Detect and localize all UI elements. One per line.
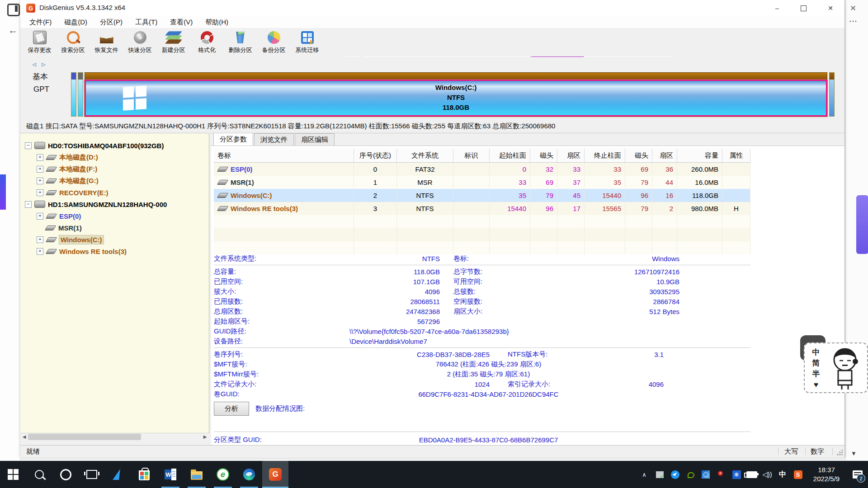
save-changes-button[interactable]: 保存更改 — [23, 28, 56, 56]
tree-item-disk-g[interactable]: + 本地磁盘(G:) — [37, 175, 99, 187]
tray-app-sogou[interactable]: S — [790, 461, 806, 488]
expander-icon[interactable]: + — [37, 236, 43, 243]
tray-volume[interactable]: ◁)) — [760, 461, 775, 488]
delete-partition-button[interactable]: 删除分区 — [224, 28, 257, 56]
cortana-button[interactable] — [52, 461, 79, 488]
disk-map: ◃ ▹ 基本 GPT Windows(C:) NTFS 118.0GB — [20, 57, 844, 120]
tree-item-esp[interactable]: + ESP(0) — [37, 210, 81, 222]
menu-tools[interactable]: 工具(T) — [129, 16, 164, 28]
system-migrate-button[interactable]: 系统迁移 — [291, 28, 324, 56]
tree-item-disk-d[interactable]: + 本地磁盘(D:) — [37, 151, 98, 163]
table-row-re-tools[interactable]: Windows RE tools(3) 3NTFS 1544096 17 155… — [214, 202, 750, 215]
expander-icon[interactable]: + — [37, 248, 43, 255]
start-button[interactable] — [0, 461, 26, 488]
tray-ime-mode[interactable]: 中 — [775, 461, 790, 488]
tree-item-msr[interactable]: MSR(1) — [45, 222, 82, 234]
task-view-button[interactable] — [79, 461, 105, 488]
tree-horizontal-scrollbar[interactable]: ◀ ▶ — [20, 433, 209, 441]
taskbar-app-explorer[interactable] — [184, 461, 210, 488]
taskbar-search-button[interactable] — [26, 461, 52, 488]
taskbar-app-green-browser[interactable]: e — [210, 461, 236, 488]
taskbar-app-flash[interactable] — [105, 461, 131, 488]
app-icon: G — [26, 4, 35, 13]
taskbar-app-diskgenius-active[interactable]: G — [262, 461, 288, 488]
toolbar: 保存更改 搜索分区 恢复文件 快速分区 新建分区 格式化 删除分区 — [20, 28, 844, 57]
action-center-button[interactable]: 2 — [847, 461, 868, 488]
screen: ← ✕ ⋯ ▼ G DiskGenius V5.4.3.1342 x64 – ✕… — [0, 0, 868, 488]
recover-files-button[interactable]: 恢复文件 — [90, 28, 123, 56]
tab-sector-edit[interactable]: 扇区编辑 — [295, 133, 335, 145]
background-close-icon: ✕ — [850, 4, 856, 13]
expander-icon[interactable]: + — [37, 178, 43, 184]
taskbar-app-store[interactable] — [131, 461, 157, 488]
partition-block-msr[interactable] — [78, 72, 83, 117]
disk-icon — [34, 142, 45, 149]
tray-power[interactable] — [744, 461, 760, 488]
expander-icon[interactable]: − — [25, 142, 32, 149]
tree-item-re-tools[interactable]: + Windows RE tools(3) — [37, 245, 127, 257]
table-empty-row — [214, 228, 750, 241]
partition-block-esp[interactable] — [71, 72, 76, 117]
expander-icon[interactable]: − — [25, 201, 32, 208]
menu-partition[interactable]: 分区(P) — [94, 16, 129, 28]
background-purple-accent — [856, 195, 868, 254]
tray-app-defender[interactable]: ✕ — [713, 461, 729, 488]
detail-row: 文件系统类型:NTFS 卷标:Windows — [214, 253, 750, 263]
tree-item-hd0[interactable]: − HD0:TOSHIBAMQ04ABF100(932GB) — [25, 140, 164, 151]
expander-icon[interactable]: + — [37, 213, 43, 220]
tree-item-recovery-e[interactable]: + RECOVERY(E:) — [37, 187, 108, 198]
analyze-button[interactable]: 分析 — [214, 402, 249, 416]
search-partition-icon — [65, 29, 81, 46]
system-migrate-icon — [299, 29, 316, 46]
menu-view[interactable]: 查看(V) — [164, 16, 199, 28]
scroll-right-icon[interactable]: ▶ — [201, 433, 209, 441]
expander-icon[interactable]: + — [37, 154, 43, 161]
table-empty-row — [214, 215, 750, 228]
expander-icon[interactable]: + — [37, 189, 43, 196]
scroll-left-icon[interactable]: ◀ — [20, 433, 28, 441]
search-partition-button[interactable]: 搜索分区 — [57, 28, 90, 56]
table-row-windows-c-selected[interactable]: Windows(C:) 2NTFS 3579 45 1544096 16 118… — [214, 189, 750, 202]
menu-file[interactable]: 文件(F) — [23, 16, 58, 28]
taskbar-app-word[interactable]: W — [157, 461, 184, 488]
tab-browse-files[interactable]: 浏览文件 — [254, 133, 294, 145]
tray-app-nvidia[interactable] — [683, 461, 698, 488]
tray-app-intel[interactable] — [698, 461, 713, 488]
backup-partition-button[interactable]: 备份分区 — [257, 28, 290, 56]
partition-block-re-tools[interactable] — [829, 72, 835, 117]
tray-app-check[interactable] — [652, 461, 667, 488]
tree-item-hd1[interactable]: − HD1:SAMSUNGMZNLN128HAHQ-000 — [25, 198, 167, 210]
minimize-button[interactable]: – — [764, 0, 790, 16]
expander-icon[interactable]: + — [37, 166, 43, 173]
background-window-left: ← — [0, 0, 21, 461]
ime-card[interactable]: 中简 半♥ — [804, 343, 868, 393]
table-row-msr[interactable]: MSR(1) 1MSR 3369 37 3579 44 16.0MB — [214, 176, 750, 189]
tab-partition-params[interactable]: 分区参数 — [213, 133, 253, 145]
divider — [832, 448, 833, 455]
tray-chevron-button[interactable]: ∧ — [637, 461, 652, 488]
taskbar-app-edge[interactable] — [236, 461, 262, 488]
ime-floating-panel[interactable]: 中简 半♥ — [800, 335, 868, 401]
tree-item-disk-f[interactable]: + 本地磁盘(F:) — [37, 163, 97, 175]
disk-nav-arrows[interactable]: ◃ ▹ — [32, 60, 47, 69]
task-view-icon — [86, 470, 97, 479]
menu-disk[interactable]: 磁盘(D) — [58, 16, 94, 28]
close-button[interactable]: ✕ — [816, 0, 844, 16]
quick-partition-button[interactable]: 快速分区 — [123, 28, 156, 56]
menu-help[interactable]: 帮助(H) — [199, 16, 235, 28]
detail-row: 起始扇区号:567296 — [214, 316, 750, 326]
table-row-esp[interactable]: ESP(0) 0FAT32 032 33 3369 36 260.0MB — [214, 163, 750, 176]
detail-row: 已用簇数:28068511 空闲簇数:2866784 — [214, 296, 750, 306]
tree-item-windows-c[interactable]: + Windows(C:) — [37, 234, 104, 245]
scrollbar-thumb[interactable] — [28, 434, 141, 440]
new-partition-button[interactable]: 新建分区 — [157, 28, 190, 56]
taskbar-clock[interactable]: 18:37 2022/5/9 — [806, 465, 847, 483]
resize-grip[interactable] — [836, 450, 843, 456]
maximize-button[interactable] — [790, 0, 816, 16]
divider — [214, 265, 750, 265]
partition-block-windows-c[interactable]: Windows(C:) NTFS 118.0GB — [85, 72, 827, 117]
detail-row: $MFTMirr簇号:2 (柱面:35 磁头:79 扇区:61) — [214, 369, 750, 379]
tray-app-bird[interactable] — [667, 461, 683, 488]
tray-app-snowflake[interactable]: ❄ — [729, 461, 744, 488]
format-button[interactable]: 格式化 — [190, 28, 223, 56]
